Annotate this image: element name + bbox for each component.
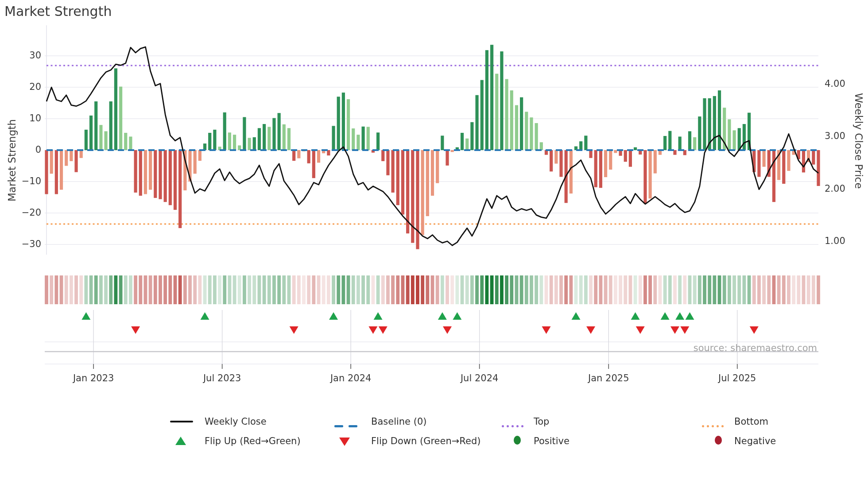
left-axis-tick: 30: [29, 50, 41, 61]
legend-bottom-dots-icon: [702, 421, 726, 429]
market-strength-dashboard: Market Strength Market Strength Weekly C…: [0, 0, 868, 488]
left-axis-tick: 10: [29, 113, 41, 124]
legend-top-dots-icon: [502, 421, 526, 429]
market-strength-chart-canvas: [0, 0, 868, 488]
right-axis-tick: 2.00: [825, 183, 845, 194]
legend-negative-label: Negative: [734, 436, 776, 446]
x-axis-tick-jul-2023: Jul 2023: [203, 373, 241, 383]
left-axis-tick: 0: [35, 144, 41, 155]
legend-flip-up-icon: [175, 437, 186, 445]
x-axis-tick-jan-2025: Jan 2025: [588, 373, 629, 383]
left-axis-tick: −30: [22, 239, 41, 249]
left-axis-tick: −10: [22, 176, 41, 186]
source-note: source: sharemaestro.com: [694, 343, 817, 353]
legend-weekly-close-line-icon: [170, 421, 193, 422]
legend-top-label: Top: [534, 416, 549, 427]
legend-positive-dot-icon: [514, 436, 521, 445]
page-title: Market Strength: [4, 4, 112, 19]
legend-baseline-label: Baseline (0): [371, 416, 426, 427]
legend-positive-label: Positive: [534, 436, 570, 446]
legend-flip-up-label: Flip Up (Red→Green): [205, 436, 301, 446]
left-axis-tick: −20: [22, 207, 41, 218]
legend-flip-down-icon: [339, 438, 350, 446]
legend-weekly-close-label: Weekly Close: [205, 416, 267, 427]
legend-flip-down-label: Flip Down (Green→Red): [371, 436, 480, 446]
right-axis-tick: 3.00: [825, 131, 845, 141]
right-axis-tick: 1.00: [825, 236, 845, 246]
legend-baseline-dash-icon: [334, 421, 357, 429]
x-axis-tick-jan-2024: Jan 2024: [330, 373, 372, 383]
x-axis-tick-jan-2023: Jan 2023: [73, 373, 114, 383]
left-axis-title: Market Strength: [6, 119, 18, 201]
right-axis-title: Weekly Close Price: [853, 93, 864, 189]
legend-negative-dot-icon: [715, 436, 722, 445]
right-axis-tick: 4.00: [825, 78, 845, 89]
x-axis-tick-jul-2025: Jul 2025: [718, 373, 756, 383]
left-axis-tick: 20: [29, 81, 41, 92]
x-axis-tick-jul-2024: Jul 2024: [461, 373, 498, 383]
legend-bottom-label: Bottom: [734, 416, 768, 427]
